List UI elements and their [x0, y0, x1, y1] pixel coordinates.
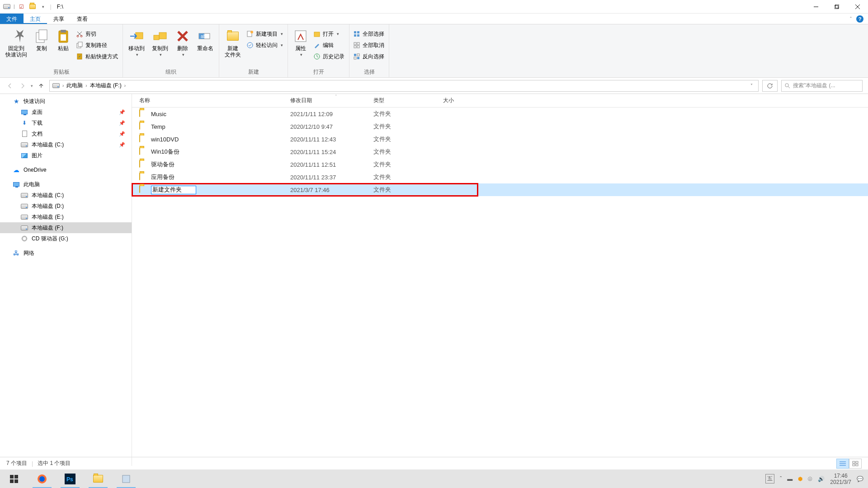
- history-button[interactable]: 历史记录: [313, 52, 344, 61]
- open-button[interactable]: 打开▾: [313, 29, 344, 39]
- breadcrumb-sep-icon[interactable]: ›: [124, 83, 126, 88]
- taskbar-app[interactable]: [112, 469, 140, 488]
- nav-downloads[interactable]: ⬇下载📌: [0, 117, 132, 128]
- nav-desktop[interactable]: 桌面📌: [0, 107, 132, 117]
- tray-ime[interactable]: 五: [765, 474, 774, 483]
- nav-drive-c2[interactable]: 本地磁盘 (C:): [0, 190, 132, 201]
- folder-icon: [139, 186, 147, 194]
- edit-button[interactable]: 编辑: [313, 40, 344, 50]
- tray-wifi-icon[interactable]: ⦾: [808, 476, 812, 482]
- col-type[interactable]: 类型: [373, 97, 443, 104]
- star-icon: ★: [13, 98, 20, 105]
- move-to-button[interactable]: 移动到▾: [125, 26, 148, 58]
- nav-up-button[interactable]: [37, 81, 46, 90]
- nav-recent-dropdown[interactable]: ▾: [31, 84, 33, 88]
- cut-button[interactable]: 剪切: [76, 29, 118, 39]
- new-item-button[interactable]: 新建项目▾: [246, 29, 283, 39]
- tray-battery-icon[interactable]: ▬: [787, 476, 793, 482]
- nav-pictures[interactable]: 图片: [0, 150, 132, 161]
- minimize-button[interactable]: [806, 0, 826, 13]
- file-type: 文件夹: [373, 122, 443, 131]
- address-dropdown-icon[interactable]: ˅: [747, 83, 756, 88]
- taskbar-explorer[interactable]: [84, 469, 112, 488]
- invert-selection-button[interactable]: 反向选择: [353, 52, 384, 61]
- tray-clock[interactable]: 17:46 2021/3/7: [830, 473, 851, 485]
- file-type: 文件夹: [373, 160, 443, 169]
- select-none-button[interactable]: 全部取消: [353, 40, 384, 50]
- file-row[interactable]: 应用备份2020/11/11 23:37文件夹: [132, 171, 868, 183]
- collapse-ribbon-icon[interactable]: ˆ: [850, 16, 852, 22]
- view-details-button[interactable]: [836, 459, 849, 469]
- nav-forward-button[interactable]: [18, 81, 27, 90]
- nav-onedrive[interactable]: ☁OneDrive: [0, 164, 132, 175]
- tab-file[interactable]: 文件: [0, 14, 24, 24]
- file-row[interactable]: win10DVD2020/11/11 12:43文件夹: [132, 133, 868, 145]
- taskbar-firefox[interactable]: [28, 469, 56, 488]
- select-all-button[interactable]: 全部选择: [353, 29, 384, 39]
- nav-documents[interactable]: 文档📌: [0, 128, 132, 139]
- pin-quick-access-button[interactable]: 固定到 快速访问: [2, 26, 31, 58]
- col-size[interactable]: 大小: [443, 97, 486, 104]
- download-icon: ⬇: [21, 119, 28, 127]
- tray-chevron-icon[interactable]: ˆ: [780, 476, 782, 482]
- nav-drive-d[interactable]: 本地磁盘 (D:): [0, 201, 132, 211]
- file-type: 文件夹: [373, 110, 443, 118]
- new-folder-button[interactable]: 新建 文件夹: [221, 26, 245, 58]
- copy-path-button[interactable]: 复制路径: [76, 40, 118, 50]
- tab-share[interactable]: 共享: [47, 14, 71, 24]
- breadcrumb-drive-icon[interactable]: [52, 83, 61, 88]
- qat-dropdown-icon[interactable]: ▾: [39, 3, 47, 11]
- nav-drive-c[interactable]: 本地磁盘 (C:)📌: [0, 139, 132, 150]
- address-bar[interactable]: › 此电脑 › 本地磁盘 (F:) › ˅: [49, 80, 759, 92]
- col-name[interactable]: 名称: [139, 97, 290, 104]
- file-row[interactable]: 2021/3/7 17:46文件夹: [132, 183, 868, 196]
- file-row[interactable]: Temp2020/12/10 9:47文件夹: [132, 120, 868, 133]
- nav-drive-e[interactable]: 本地磁盘 (E:): [0, 211, 132, 222]
- file-row[interactable]: Win10备份2020/11/11 15:24文件夹: [132, 145, 868, 158]
- copy-button[interactable]: 复制: [31, 26, 52, 52]
- paste-button[interactable]: 粘贴: [52, 26, 74, 52]
- nav-quick-access[interactable]: ★快速访问: [0, 96, 132, 107]
- breadcrumb-sep-icon[interactable]: ›: [85, 83, 87, 88]
- nav-this-pc[interactable]: 此电脑: [0, 179, 132, 190]
- breadcrumb-this-pc[interactable]: 此电脑: [66, 82, 84, 89]
- breadcrumb-drive-f[interactable]: 本地磁盘 (F:): [89, 82, 123, 89]
- maximize-button[interactable]: [826, 0, 847, 13]
- rename-button[interactable]: ab重命名: [193, 26, 217, 52]
- view-large-button[interactable]: [849, 459, 862, 469]
- qat-properties-icon[interactable]: ☑: [18, 3, 26, 11]
- breadcrumb-sep-icon[interactable]: ›: [62, 83, 64, 88]
- qat-newfolder-icon[interactable]: [28, 3, 37, 11]
- help-icon[interactable]: ?: [856, 15, 863, 23]
- refresh-button[interactable]: [762, 80, 778, 92]
- file-name: Win10备份: [151, 148, 290, 156]
- nav-network[interactable]: 🖧网络: [0, 248, 132, 258]
- properties-button[interactable]: 属性▾: [290, 26, 311, 58]
- nav-cd-drive[interactable]: CD 驱动器 (G:): [0, 233, 132, 244]
- close-button[interactable]: [847, 0, 868, 13]
- file-date: 2020/11/11 12:51: [290, 161, 373, 168]
- rename-input[interactable]: [151, 186, 196, 194]
- taskbar-photoshop[interactable]: Ps: [56, 469, 84, 488]
- tray-notifications-icon[interactable]: 💬: [857, 476, 863, 482]
- nav-back-button[interactable]: [5, 81, 14, 90]
- tab-home[interactable]: 主页: [24, 14, 47, 24]
- delete-button[interactable]: 删除▾: [172, 26, 193, 58]
- group-open-label: 打开: [290, 67, 347, 77]
- svg-rect-45: [856, 461, 858, 463]
- file-row[interactable]: 驱动备份2020/11/11 12:51文件夹: [132, 158, 868, 171]
- file-row[interactable]: Music2021/1/11 12:09文件夹: [132, 108, 868, 120]
- tab-view[interactable]: 查看: [71, 14, 94, 24]
- svg-rect-38: [357, 57, 359, 59]
- search-input[interactable]: 搜索"本地磁盘 (...: [781, 80, 863, 92]
- nav-drive-f[interactable]: 本地磁盘 (F:): [0, 222, 132, 233]
- tray-volume-icon[interactable]: 🔊: [818, 476, 825, 482]
- start-button[interactable]: [0, 469, 28, 488]
- col-date[interactable]: 修改日期: [290, 97, 373, 104]
- taskbar: Ps 五 ˆ ▬ ⬢ ⦾ 🔊 17:46 2021/3/7 💬: [0, 469, 868, 488]
- easy-access-button[interactable]: 轻松访问▾: [246, 40, 283, 50]
- tray-shield-icon[interactable]: ⬢: [798, 476, 802, 482]
- copy-to-button[interactable]: 复制到▾: [148, 26, 172, 58]
- paste-shortcut-button[interactable]: 粘贴快捷方式: [76, 52, 118, 61]
- file-name: Music: [151, 111, 290, 117]
